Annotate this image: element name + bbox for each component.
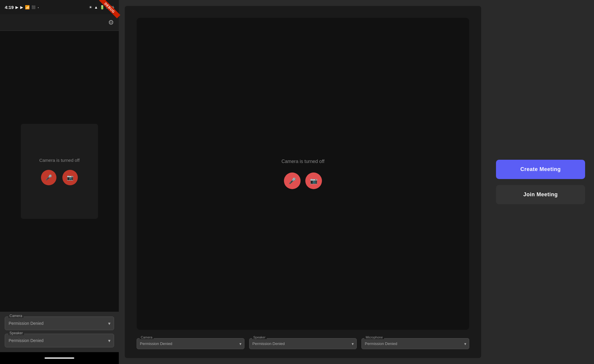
- desktop-speaker-label: Speaker: [252, 335, 267, 339]
- join-meeting-label: Join Meeting: [523, 192, 558, 197]
- phone-speaker-dropdown-group: Speaker Permission Denied ▾: [5, 334, 114, 347]
- phone-camera-toggle-button[interactable]: 📷: [62, 170, 78, 185]
- phone-mute-button[interactable]: 🎤: [41, 170, 56, 185]
- phone-bottom-bar: [0, 352, 119, 364]
- status-time: 4:19: [5, 5, 14, 10]
- home-indicator: [45, 357, 74, 359]
- desktop-control-buttons: 🎤 📷: [284, 172, 322, 189]
- desktop-camera-label: Camera: [140, 335, 154, 339]
- desktop-camera-off-icon: 📷: [310, 177, 317, 184]
- phone-speaker-select[interactable]: Permission Denied: [5, 334, 114, 347]
- desktop-speaker-select[interactable]: Permission Denied: [249, 338, 357, 349]
- desktop-microphone-label: Microphone: [364, 335, 384, 339]
- yt-music-icon: ▶: [15, 5, 18, 10]
- phone-camera-label: Camera: [8, 314, 23, 318]
- settings-button[interactable]: ⚙: [108, 19, 114, 26]
- desktop-dropdowns: Camera Permission Denied ▾ Speaker Permi…: [137, 336, 469, 349]
- desktop-mute-button[interactable]: 🎤: [284, 172, 301, 189]
- notification-icon: ⬛: [31, 5, 36, 9]
- status-left: 4:19 ▶ ▶ 📶 ⬛ ·: [5, 4, 39, 10]
- desktop-microphone-dropdown-group: Microphone Permission Denied ▾: [361, 338, 469, 349]
- desktop-speaker-dropdown-group: Speaker Permission Denied ▾: [249, 338, 357, 349]
- desktop-camera-toggle-button[interactable]: 📷: [305, 172, 322, 189]
- phone-camera-area: Camera is turned off 🎤 📷: [0, 31, 119, 312]
- phone-panel: DEBUG 4:19 ▶ ▶ 📶 ⬛ · ☀ ▲ 🔋 50% ⚙ Camera …: [0, 0, 119, 364]
- join-meeting-button[interactable]: Join Meeting: [496, 185, 585, 204]
- phone-control-buttons: 🎤 📷: [41, 170, 78, 185]
- dot-indicator: ·: [37, 4, 39, 10]
- gear-icon: ⚙: [108, 19, 114, 26]
- desktop-mic-off-icon: 🎤: [289, 177, 296, 184]
- phone-topbar: ⚙: [0, 14, 119, 31]
- desktop-panel: Camera is turned off 🎤 📷 Camera Permissi…: [125, 6, 481, 358]
- desktop-camera-box: Camera is turned off 🎤 📷: [137, 18, 469, 330]
- battery-icon: 🔋: [100, 5, 105, 10]
- phone-camera-select[interactable]: Permission Denied: [5, 316, 114, 330]
- phone-camera-dropdown-group: Camera Permission Denied ▾: [5, 316, 114, 330]
- phone-camera-box: Camera is turned off 🎤 📷: [21, 124, 98, 219]
- youtube-icon: ▶: [20, 5, 23, 10]
- create-meeting-button[interactable]: Create Meeting: [496, 160, 585, 179]
- desktop-microphone-select[interactable]: Permission Denied: [361, 338, 469, 349]
- create-meeting-label: Create Meeting: [520, 166, 561, 172]
- desktop-camera-dropdown-group: Camera Permission Denied ▾: [137, 338, 244, 349]
- phone-dropdowns: Camera Permission Denied ▾ Speaker Permi…: [0, 312, 119, 352]
- desktop-camera-off-text: Camera is turned off: [282, 159, 325, 164]
- main-area: Camera is turned off 🎤 📷 Camera Permissi…: [119, 0, 594, 364]
- wifi-icon: ▲: [94, 5, 98, 10]
- mic-off-icon: 🎤: [45, 174, 52, 181]
- desktop-camera-select[interactable]: Permission Denied: [137, 338, 244, 349]
- brightness-icon: ☀: [89, 5, 92, 10]
- right-sidebar: Create Meeting Join Meeting: [487, 0, 594, 364]
- signal-icon: 📶: [25, 5, 30, 10]
- phone-speaker-label: Speaker: [8, 331, 24, 335]
- phone-camera-off-text: Camera is turned off: [39, 158, 80, 163]
- camera-off-icon: 📷: [67, 174, 73, 181]
